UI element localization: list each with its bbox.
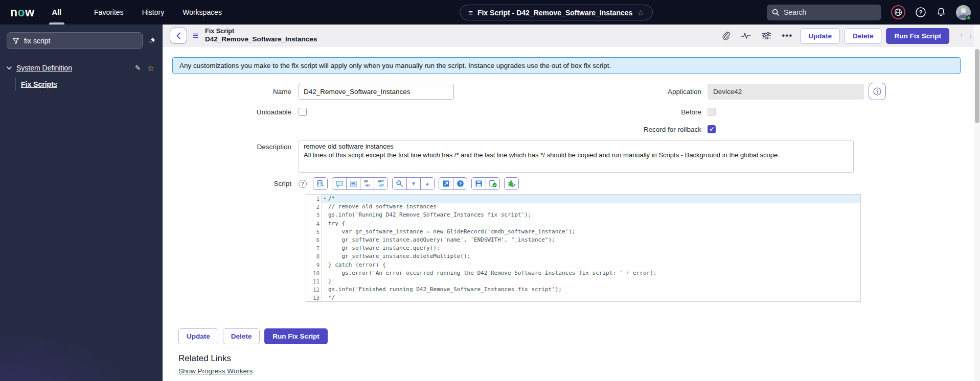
code-line: 12gs.info('Finished running D42_Remove_S… (306, 285, 860, 294)
sidebar-item-fix-scripts[interactable]: Fix Scripts (21, 80, 57, 88)
global-search[interactable] (767, 5, 881, 20)
code-line: 13*/ (306, 294, 860, 302)
more-options-icon[interactable]: ••• (782, 31, 792, 41)
script-code-editor[interactable]: 1▾/* 2// remove old software instances 3… (306, 194, 861, 302)
instance-globe-icon[interactable] (891, 5, 905, 19)
favorite-star-icon[interactable]: ☆ (637, 8, 644, 17)
debug-script-icon[interactable] (505, 178, 518, 189)
user-avatar[interactable] (956, 5, 971, 20)
personalize-sliders-icon[interactable] (761, 32, 771, 40)
run-fix-script-button[interactable]: Run Fix Script (886, 28, 949, 44)
search-icon (772, 9, 779, 16)
code-line: 5 var gr_software_instance = new GlideRe… (306, 228, 860, 236)
top-navigation-bar: now All Favorites History Workspaces ≡ F… (0, 0, 980, 25)
code-line: 10 gs.error('An error occurred running t… (306, 269, 860, 277)
delete-button-bottom[interactable]: Delete (223, 328, 260, 344)
help-icon[interactable]: ? (915, 7, 926, 18)
pin-sidebar-icon[interactable] (148, 37, 156, 45)
record-for-rollback-checkbox[interactable] (708, 125, 716, 133)
chevron-down-icon[interactable] (6, 65, 12, 71)
svg-text:?: ? (919, 9, 923, 15)
info-banner: Any customizations you make to the fix s… (172, 57, 961, 74)
description-field[interactable]: remove old software instances All lines … (299, 140, 854, 173)
code-line: 4try { (306, 220, 860, 228)
filter-input[interactable] (24, 37, 137, 45)
favorite-section-star-icon[interactable]: ☆ (147, 63, 154, 73)
navigator-filter[interactable] (7, 32, 143, 49)
replace-icon[interactable]: ab➜ac (360, 178, 374, 189)
code-line: 3gs.info('Running D42_Remove_Software_In… (306, 211, 860, 219)
record-form-header: ≡ Fix Script D42_Remove_Software_Instanc… (163, 25, 980, 47)
replace-all-icon[interactable]: ab≡➜a≡ (374, 178, 388, 189)
code-line: 1▾/* (306, 195, 860, 203)
record-name-label: D42_Remove_Software_Instances (205, 35, 317, 44)
section-label[interactable]: System Definition (16, 64, 72, 72)
code-line: 7 gr_software_instance.query(); (306, 244, 860, 252)
all-menu-tab[interactable]: All (52, 0, 62, 25)
next-record-icon[interactable]: ↓ (969, 31, 973, 41)
run-fix-script-button-bottom[interactable]: Run Fix Script (264, 328, 328, 344)
filter-funnel-icon (12, 37, 19, 44)
unloadable-checkbox[interactable] (299, 108, 307, 116)
workspaces-tab[interactable]: Workspaces (183, 8, 222, 16)
favorites-tab[interactable]: Favorites (94, 8, 124, 16)
edit-application-icon[interactable]: ✎ (135, 64, 141, 72)
update-button-bottom[interactable]: Update (178, 328, 218, 344)
script-help-icon[interactable]: ? (299, 180, 307, 188)
application-navigator: System Definition ✎ ☆ Fix Scripts (0, 25, 163, 381)
svg-text:?: ? (459, 181, 462, 186)
presence-status-dot (966, 15, 971, 20)
update-button[interactable]: Update (800, 28, 840, 44)
script-label: Script (172, 180, 299, 187)
attachment-paperclip-icon[interactable] (721, 31, 731, 40)
search-code-icon[interactable] (393, 178, 406, 189)
syntax-check-icon[interactable] (486, 178, 499, 189)
application-info-button[interactable] (869, 83, 886, 100)
pill-label: Fix Script - D42_Remove_Software_Instanc… (477, 9, 632, 17)
code-line: 2// remove old software instances (306, 203, 860, 211)
before-checkbox (708, 108, 716, 116)
activity-stream-icon[interactable] (741, 32, 751, 40)
scrollbar-thumb[interactable] (975, 49, 979, 123)
name-field[interactable] (299, 84, 454, 100)
pill-menu-icon: ≡ (468, 8, 473, 17)
description-label: Description (172, 140, 299, 151)
sidebar-section-system-definition[interactable]: System Definition ✎ ☆ (0, 61, 163, 75)
code-line: 8 gr_software_instance.deleteMultiple(); (306, 252, 860, 260)
name-label: Name (172, 88, 299, 96)
application-label: Application (595, 88, 708, 96)
notifications-bell-icon[interactable] (936, 7, 946, 17)
save-script-icon[interactable] (472, 178, 486, 189)
previous-record-icon[interactable]: ↑ (959, 31, 964, 41)
before-label: Before (595, 108, 708, 116)
back-button[interactable] (170, 28, 187, 44)
code-line: 11} (306, 277, 860, 285)
code-line: 9} catch (error) { (306, 261, 860, 269)
unloadable-label: Unloadable (172, 108, 299, 116)
format-code-icon[interactable] (346, 178, 360, 189)
servicenow-logo[interactable]: now (10, 6, 35, 19)
toggle-syntax-editor-icon[interactable] (313, 178, 327, 189)
toggle-comment-icon[interactable] (332, 178, 346, 189)
code-line: 6 gr_software_instance.addQuery('name', … (306, 236, 860, 244)
delete-button[interactable]: Delete (845, 28, 882, 44)
find-previous-icon[interactable]: ▲ (420, 178, 434, 189)
editor-help-icon[interactable]: ? (453, 178, 467, 189)
scrollbar-track[interactable] (974, 25, 980, 381)
application-field: Device42 (708, 84, 864, 100)
find-next-icon[interactable]: ▼ (406, 178, 420, 189)
history-tab[interactable]: History (142, 8, 165, 16)
show-progress-workers-link[interactable]: Show Progress Workers (178, 367, 253, 375)
search-input[interactable] (784, 8, 865, 16)
record-type-label: Fix Script (205, 28, 317, 36)
open-in-new-window-icon[interactable] (439, 178, 453, 189)
related-links-title: Related Links (178, 353, 961, 364)
context-record-pill[interactable]: ≡ Fix Script - D42_Remove_Software_Insta… (460, 5, 653, 20)
rollback-label: Record for rollback (595, 126, 708, 133)
fold-marker-icon[interactable]: ▾ (322, 195, 328, 203)
